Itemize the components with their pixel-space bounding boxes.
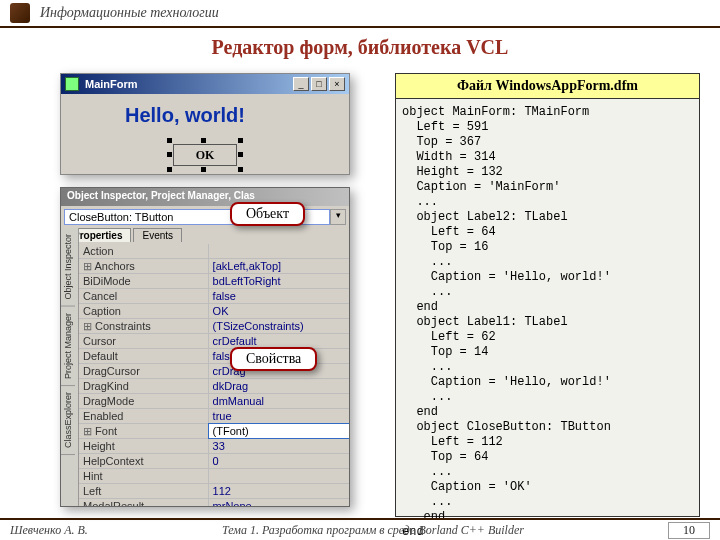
prop-value[interactable]: mrNone bbox=[209, 499, 349, 506]
prop-value[interactable]: false bbox=[209, 289, 349, 303]
prop-value[interactable] bbox=[209, 469, 349, 483]
page-number: 10 bbox=[668, 522, 710, 539]
prop-name: Anchors bbox=[79, 259, 209, 273]
inspector-titlebar: Object Inspector, Project Manager, Clas bbox=[61, 188, 349, 206]
prop-name: Cursor bbox=[79, 334, 209, 348]
footer-topic: Тема 1. Разработка программ в среде Borl… bbox=[222, 523, 524, 538]
prop-name: DragKind bbox=[79, 379, 209, 393]
prop-name: ModalResult bbox=[79, 499, 209, 506]
form-title: MainForm bbox=[85, 78, 138, 90]
prop-row[interactable]: Cancelfalse bbox=[79, 289, 349, 304]
prop-name: Constraints bbox=[79, 319, 209, 333]
tab-events[interactable]: Events bbox=[133, 228, 182, 242]
prop-row[interactable]: DragKinddkDrag bbox=[79, 379, 349, 394]
close-icon[interactable]: × bbox=[329, 77, 345, 91]
prop-name: Action bbox=[79, 244, 209, 258]
prop-row[interactable]: Action bbox=[79, 244, 349, 259]
prop-name: Font bbox=[79, 424, 209, 438]
prop-value[interactable]: OK bbox=[209, 304, 349, 318]
content-area: MainForm _ □ × Hello, world! OK Object I… bbox=[0, 67, 720, 529]
prop-row[interactable]: Hint bbox=[79, 469, 349, 484]
prop-value[interactable]: true bbox=[209, 409, 349, 423]
prop-name: HelpContext bbox=[79, 454, 209, 468]
property-grid[interactable]: ActionAnchors[akLeft,akTop]BiDiModebdLef… bbox=[79, 244, 349, 506]
prop-name: DragCursor bbox=[79, 364, 209, 378]
prop-value[interactable]: 33 bbox=[209, 439, 349, 453]
prop-name: Cancel bbox=[79, 289, 209, 303]
prop-value[interactable]: crDefault bbox=[209, 334, 349, 348]
minimize-icon[interactable]: _ bbox=[293, 77, 309, 91]
prop-name: BiDiMode bbox=[79, 274, 209, 288]
dfm-file-body: object MainForm: TMainForm Left = 591 To… bbox=[396, 99, 699, 540]
form-icon bbox=[65, 77, 79, 91]
prop-name: Caption bbox=[79, 304, 209, 318]
side-tab-pm[interactable]: Project Manager bbox=[61, 307, 75, 386]
footer: Шевченко А. В. Тема 1. Разработка програ… bbox=[0, 518, 720, 540]
dfm-file-header: Файл WindowsAppForm.dfm bbox=[396, 74, 699, 99]
prop-value[interactable]: (TSizeConstraints) bbox=[209, 319, 349, 333]
top-bar: Информационные технологии bbox=[0, 0, 720, 28]
course-title: Информационные технологии bbox=[40, 5, 219, 21]
chevron-down-icon[interactable]: ▾ bbox=[330, 209, 346, 225]
prop-value[interactable]: dmManual bbox=[209, 394, 349, 408]
form-body: Hello, world! OK bbox=[61, 94, 349, 174]
prop-row[interactable]: BiDiModebdLeftToRight bbox=[79, 274, 349, 289]
prop-row[interactable]: HelpContext0 bbox=[79, 454, 349, 469]
slide-title: Редактор форм, библиотека VCL bbox=[0, 36, 720, 59]
prop-name: Height bbox=[79, 439, 209, 453]
prop-value[interactable]: [akLeft,akTop] bbox=[209, 259, 349, 273]
side-tab-ce[interactable]: ClassExplorer bbox=[61, 386, 75, 455]
form-designer-window: MainForm _ □ × Hello, world! OK bbox=[60, 73, 350, 175]
dfm-file-panel: Файл WindowsAppForm.dfm object MainForm:… bbox=[395, 73, 700, 517]
prop-row[interactable]: ModalResultmrNone bbox=[79, 499, 349, 506]
prop-value[interactable] bbox=[209, 244, 349, 258]
prop-name: DragMode bbox=[79, 394, 209, 408]
prop-value[interactable]: (TFont) bbox=[209, 424, 349, 438]
prop-value[interactable]: 0 bbox=[209, 454, 349, 468]
prop-row[interactable]: Height33 bbox=[79, 439, 349, 454]
prop-row[interactable]: Anchors[akLeft,akTop] bbox=[79, 259, 349, 274]
hello-label[interactable]: Hello, world! bbox=[125, 104, 245, 127]
prop-name: Hint bbox=[79, 469, 209, 483]
prop-row[interactable]: CaptionOK bbox=[79, 304, 349, 319]
prop-name: Default bbox=[79, 349, 209, 363]
prop-value[interactable]: dkDrag bbox=[209, 379, 349, 393]
maximize-icon[interactable]: □ bbox=[311, 77, 327, 91]
callout-properties: Свойства bbox=[230, 347, 317, 371]
prop-value[interactable]: 112 bbox=[209, 484, 349, 498]
logo-icon bbox=[10, 3, 30, 23]
callout-object: Объект bbox=[230, 202, 305, 226]
prop-row[interactable]: Font(TFont) bbox=[79, 424, 349, 439]
prop-name: Left bbox=[79, 484, 209, 498]
form-titlebar: MainForm _ □ × bbox=[61, 74, 349, 94]
footer-author: Шевченко А. В. bbox=[10, 523, 88, 538]
side-tab-oi[interactable]: Object Inspector bbox=[61, 228, 75, 307]
prop-row[interactable]: DragModedmManual bbox=[79, 394, 349, 409]
prop-value[interactable]: bdLeftToRight bbox=[209, 274, 349, 288]
side-tabs: Object Inspector Project Manager ClassEx… bbox=[61, 228, 79, 506]
prop-row[interactable]: Constraints(TSizeConstraints) bbox=[79, 319, 349, 334]
prop-name: Enabled bbox=[79, 409, 209, 423]
prop-row[interactable]: Enabledtrue bbox=[79, 409, 349, 424]
ok-button[interactable]: OK bbox=[173, 144, 237, 166]
prop-row[interactable]: Left112 bbox=[79, 484, 349, 499]
